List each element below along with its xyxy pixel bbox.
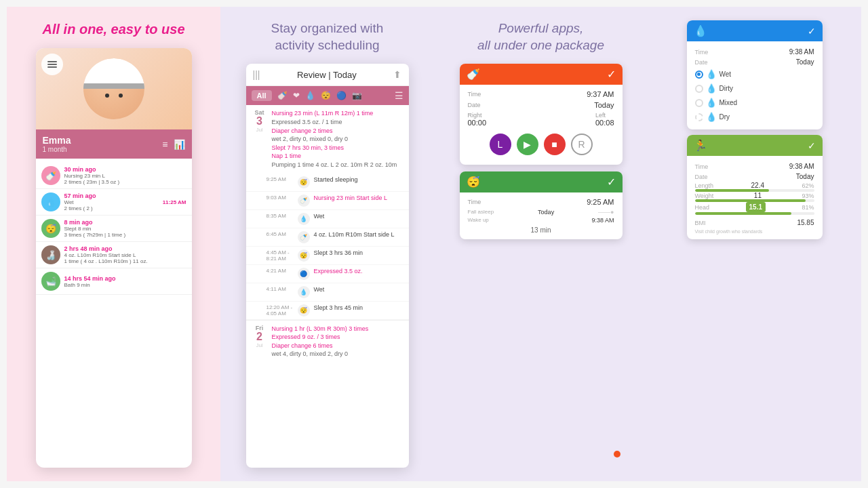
left-side: Left 00:08: [595, 112, 614, 127]
chart-icon[interactable]: 📊: [174, 139, 185, 150]
head-value: 15.1: [746, 202, 766, 212]
entry-925[interactable]: 9:25 AM 😴 Started sleeping: [246, 174, 409, 192]
weight-value: 11: [754, 192, 762, 199]
sleep-time-value: 9:25 AM: [587, 198, 614, 206]
right-breast-btn[interactable]: R: [571, 134, 593, 155]
diaper-option-wet[interactable]: 💧 Wet: [695, 67, 814, 81]
growth-time-value: 9:38 AM: [789, 163, 814, 170]
mixed-drop-icon: 💧: [706, 98, 717, 108]
entry-text-445: Slept 3 hrs 36 min: [314, 249, 403, 256]
sleep-desc: Slept 8 min: [64, 226, 186, 232]
panel-1-headline: All in one, easy to use: [42, 20, 184, 38]
sleep-time-label: Time: [468, 199, 481, 205]
play-btn[interactable]: ▶: [517, 134, 538, 155]
diaper-option-mixed[interactable]: 💧 Mixed: [695, 96, 814, 110]
main-container: All in one, easy to use: [0, 0, 868, 488]
panel-2: Stay organized withactivity scheduling |…: [220, 7, 434, 481]
head-bar-fill: [695, 212, 792, 215]
share-icon[interactable]: ⬆: [393, 69, 401, 80]
diaper-date-row: Date Today: [695, 57, 814, 67]
profile-bar: Emma 1 month ≡ 📊: [36, 129, 192, 159]
activity-item-feeding[interactable]: 🍶 2 hrs 48 min ago 4 oz. L10m R10m Start…: [36, 242, 192, 268]
tab-water[interactable]: 💧: [305, 91, 315, 100]
date-sat-label: Sat 3 Jul: [252, 109, 268, 133]
activity-item-nursing[interactable]: 🍼 30 min ago Nursing 23 min L 2 times ( …: [36, 163, 192, 189]
entry-time-835: 8:35 AM: [267, 213, 294, 219]
left-breast-btn[interactable]: L: [490, 134, 511, 155]
nursing-date-label: Date: [468, 102, 481, 108]
entry-1220[interactable]: 12:20 AM - 4:05 AM 😴 Slept 3 hrs 45 min: [246, 302, 409, 320]
date-header-sat: Sat 3 Jul Nursing 23 min (L 11m R 12m) 1…: [246, 105, 409, 173]
bath-icon: 🛁: [41, 272, 60, 291]
sleep-icon: 😴: [41, 219, 60, 238]
growth-check-icon[interactable]: ✓: [808, 140, 816, 151]
feeding-sub: 1 time ( 4 oz . L10m R10m ) 11 oz.: [64, 258, 186, 264]
entry-835[interactable]: 8:35 AM 💧 Wet: [246, 210, 409, 228]
review-mockup: ||| Review | Today ⬆ All 🍼 ❤ 💧 😴 🔵 📷 ☰ S…: [246, 64, 409, 468]
nursing-controls: L ▶ ■ R: [468, 129, 614, 159]
profile-name: Emma: [43, 135, 71, 146]
entry-903[interactable]: 9:03 AM 🍼 Nursing 23 min Start side L: [246, 192, 409, 210]
baby-eye-left: [105, 94, 109, 98]
diaper-option-dirty[interactable]: 💧 Dirty: [695, 81, 814, 96]
panel-3: Powerful apps,all under one package 🍼 ✓ …: [434, 7, 648, 481]
bar-line-2: [47, 64, 57, 65]
tab-pump[interactable]: 🔵: [336, 91, 347, 100]
activity-item-diaper[interactable]: 💧 57 min ago Wet 2 times ( 2 ) 11:25 AM: [36, 189, 192, 216]
entry-icon-445: 😴: [298, 249, 310, 262]
entry-421[interactable]: 4:21 AM 🔵 Expressed 3.5 oz.: [246, 265, 409, 283]
growth-date-value: Today: [796, 173, 814, 180]
nursing-check-icon[interactable]: ✓: [607, 68, 616, 81]
diaper-check-icon[interactable]: ✓: [808, 26, 816, 37]
nursing-icon: 🍼: [41, 166, 60, 185]
entry-645[interactable]: 6:45 AM 🍼 4 oz. L10m R10m Start side L: [246, 228, 409, 247]
sat-summary-3: Diaper change 2 times: [272, 127, 403, 136]
date-fri-label: Fri 2 Jul: [252, 325, 268, 348]
tab-nursing[interactable]: 🍼: [277, 91, 288, 100]
dirty-drop-icon: 💧: [706, 83, 717, 94]
nursing-time: 30 min ago: [64, 166, 186, 173]
wet-label: Wet: [719, 70, 732, 78]
entry-icon-903: 🍼: [298, 195, 310, 207]
entry-time-411: 4:11 AM: [267, 286, 294, 292]
tab-heart[interactable]: ❤: [293, 91, 300, 100]
diaper-option-dry[interactable]: 💧 Dry: [695, 110, 814, 124]
diaper-card-body: Time 9:38 AM Date Today 💧 Wet: [687, 41, 823, 129]
sleep-woke-label: Wake up: [468, 217, 489, 224]
baby-hat-stripe: [83, 83, 144, 89]
entry-text-421: Expressed 3.5 oz.: [314, 268, 403, 274]
tab-photo[interactable]: 📷: [352, 91, 362, 100]
head-bar-bg: [695, 212, 814, 215]
panel4-cards: 💧 ✓ Time 9:38 AM Date Today: [687, 20, 823, 468]
right-label: Right: [468, 112, 487, 119]
entry-icon-1220: 😴: [298, 304, 310, 317]
panel-4: 💧 ✓ Time 9:38 AM Date Today: [648, 7, 861, 481]
dry-label: Dry: [719, 113, 730, 121]
weight-label: Weight: [695, 192, 714, 199]
nursing-card-body: Time 9:37 AM Date Today Right 00:00 Lef: [460, 85, 623, 165]
nursing-header-icon: 🍼: [467, 68, 480, 81]
tab-sleep[interactable]: 😴: [321, 91, 331, 100]
tab-all[interactable]: All: [252, 90, 272, 101]
fri-summary-4: wet 4, dirty 0, mixed 2, dry 0: [272, 350, 403, 359]
review-header: ||| Review | Today ⬆: [246, 64, 409, 86]
sat-summary-2: Expressed 3.5 oz. / 1 time: [272, 118, 403, 127]
list-icon[interactable]: ≡: [162, 139, 167, 150]
profile-info: Emma 1 month: [43, 135, 71, 153]
entry-445[interactable]: 4:45 AM - 8:21 AM 😴 Slept 3 hrs 36 min: [246, 247, 409, 265]
stop-btn[interactable]: ■: [544, 134, 566, 155]
weight-pct: 93%: [802, 192, 814, 199]
bath-time: 14 hrs 54 min ago: [64, 275, 186, 282]
filter-icon[interactable]: ☰: [395, 90, 403, 101]
fri-summary-1: Nursing 1 hr (L 30m R 30m) 3 times: [272, 325, 403, 333]
sat-summary-6: Nap 1 time: [272, 152, 403, 161]
activity-item-bath[interactable]: 🛁 14 hrs 54 min ago Bath 9 min: [36, 268, 192, 295]
bar-line-3: [47, 66, 57, 68]
diaper-time: 57 min ago: [64, 192, 159, 199]
activity-item-sleep[interactable]: 😴 8 min ago Slept 8 min 3 times ( 7h29m …: [36, 216, 192, 242]
feeding-desc: 4 oz. L10m R10m Start side L: [64, 252, 186, 258]
menu-icon[interactable]: [41, 54, 63, 75]
entry-411[interactable]: 4:11 AM 💧 Wet: [246, 283, 409, 302]
sleep-check-icon[interactable]: ✓: [607, 176, 616, 188]
review-date-fri: Fri 2 Jul Nursing 1 hr (L 30m R 30m) 3 t…: [246, 320, 409, 363]
